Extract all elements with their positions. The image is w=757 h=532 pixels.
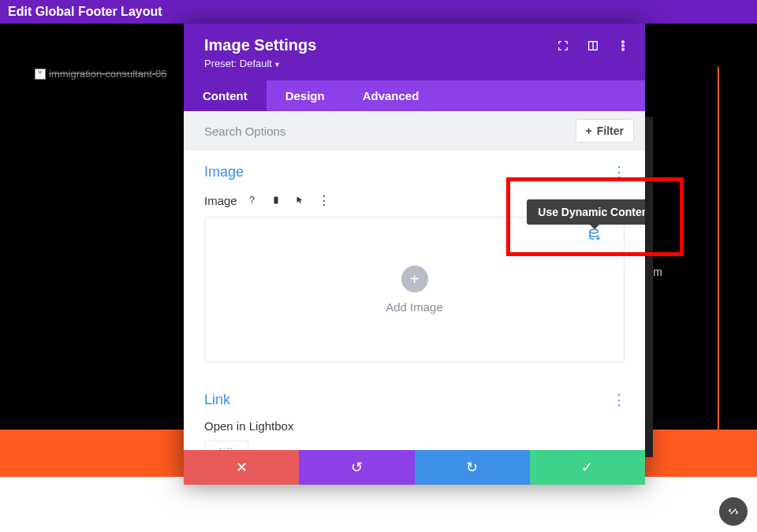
svg-point-4 <box>622 48 625 50</box>
field-menu-icon[interactable]: ⋮ <box>315 192 332 209</box>
modal-header: Image Settings Preset: Default▼ <box>184 24 645 80</box>
more-icon[interactable] <box>617 39 629 52</box>
cancel-button[interactable]: ✕ <box>184 450 299 485</box>
columns-icon[interactable] <box>587 39 599 52</box>
plus-icon: + <box>586 125 592 137</box>
add-image-icon[interactable]: + <box>401 266 428 292</box>
lightbox-toggle[interactable]: NO <box>204 441 248 450</box>
search-bar: Search Options + Filter <box>184 111 645 151</box>
tab-advanced[interactable]: Advanced <box>344 80 438 111</box>
page-bottom <box>0 477 757 532</box>
image-section-header: Image ⋮ <box>204 163 625 180</box>
help-icon[interactable]: ? <box>244 192 261 209</box>
tab-design[interactable]: Design <box>267 80 344 111</box>
link-section-title[interactable]: Link <box>204 392 230 408</box>
redo-button[interactable]: ↻ <box>415 450 530 485</box>
open-lightbox-label: Open in Lightbox <box>204 419 625 433</box>
svg-rect-5 <box>274 197 278 204</box>
modal-body: Image ⋮ Image ? ⋮ + Add Image Use Dynami… <box>184 151 645 450</box>
preset-dropdown[interactable]: Preset: Default▼ <box>204 58 625 69</box>
top-bar-title: Edit Global Footer Layout <box>8 5 162 19</box>
broken-image[interactable]: immigration-consultant-06 <box>35 68 167 80</box>
dark-sliver <box>645 117 653 457</box>
tab-content[interactable]: Content <box>184 80 267 111</box>
image-section-menu-icon[interactable]: ⋮ <box>612 163 625 180</box>
search-input[interactable]: Search Options <box>204 125 285 138</box>
tabs: Content Design Advanced <box>184 80 645 111</box>
link-section-menu-icon[interactable]: ⋮ <box>612 391 625 408</box>
save-button[interactable]: ✓ <box>530 450 645 485</box>
undo-button[interactable]: ↺ <box>299 450 414 485</box>
image-upload-box[interactable]: + Add Image Use Dynamic Content <box>204 217 625 363</box>
svg-point-3 <box>622 45 625 47</box>
filter-button[interactable]: + Filter <box>576 119 634 143</box>
svg-point-2 <box>622 41 625 43</box>
broken-image-icon <box>35 69 46 80</box>
broken-image-label: immigration-consultant-06 <box>49 68 167 80</box>
add-image-label: Add Image <box>386 300 443 314</box>
image-field-label: Image <box>204 194 237 207</box>
top-bar: Edit Global Footer Layout <box>0 0 757 24</box>
image-section-title[interactable]: Image <box>204 164 244 180</box>
canvas-orange-vline <box>718 67 719 430</box>
resize-fab[interactable] <box>719 497 748 526</box>
dynamic-content-tooltip: Use Dynamic Content <box>527 199 645 225</box>
settings-modal: Image Settings Preset: Default▼ Content … <box>184 24 645 485</box>
expand-icon[interactable] <box>557 39 569 52</box>
link-section-header: Link ⋮ <box>204 391 625 408</box>
svg-point-6 <box>590 229 599 233</box>
action-row: ✕ ↺ ↻ ✓ <box>184 450 645 485</box>
phone-icon[interactable] <box>267 192 285 209</box>
caret-down-icon: ▼ <box>274 61 281 69</box>
dynamic-content-icon[interactable]: Use Dynamic Content <box>587 228 602 245</box>
cursor-icon[interactable] <box>291 192 308 209</box>
